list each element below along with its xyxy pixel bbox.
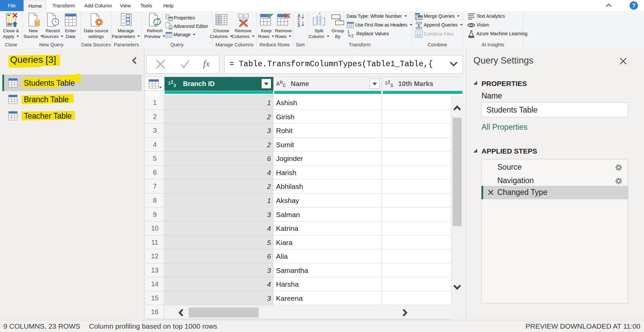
svg-text:1: 1 [347, 30, 350, 34]
svg-text:C: C [283, 83, 286, 88]
svg-text:3: 3 [390, 82, 393, 88]
svg-text:B: B [280, 80, 283, 85]
svg-text:Z: Z [297, 16, 300, 21]
svg-text:2: 2 [351, 33, 354, 38]
svg-text:3: 3 [173, 82, 176, 88]
svg-text:A: A [297, 24, 301, 28]
